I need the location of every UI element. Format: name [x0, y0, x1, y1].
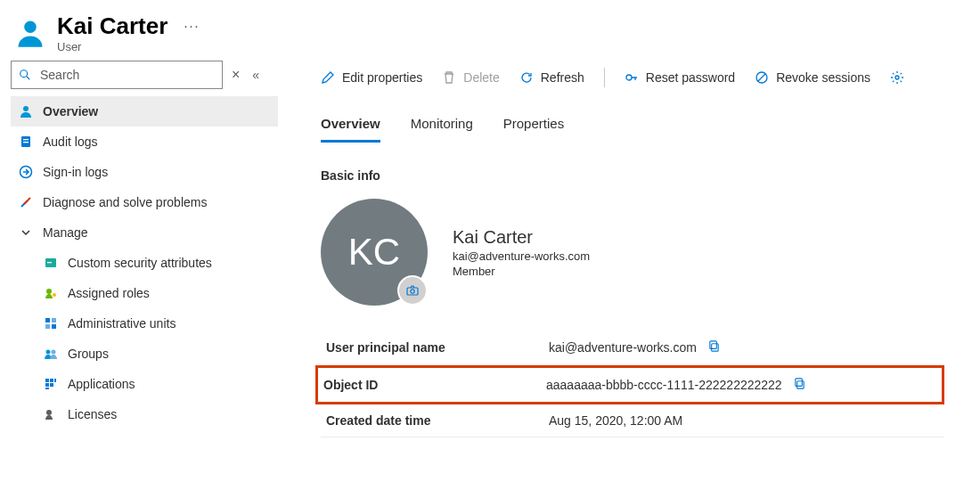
svg-rect-5 [23, 139, 29, 140]
tab-overview[interactable]: Overview [321, 116, 380, 143]
search-input[interactable] [38, 67, 215, 83]
sidebar-item-label: Audit logs [43, 135, 97, 149]
svg-point-30 [411, 290, 414, 293]
svg-rect-31 [712, 344, 719, 351]
sidebar-item-signin-logs[interactable]: Sign-in logs [11, 157, 278, 187]
page-title: Kai Carter [57, 12, 167, 40]
prop-label: User principal name [326, 340, 549, 355]
sidebar-item-assigned-roles[interactable]: Assigned roles [11, 278, 278, 308]
tab-monitoring[interactable]: Monitoring [411, 116, 473, 143]
sidebar-item-label: Diagnose and solve problems [43, 195, 207, 209]
prop-row-created: Created date time Aug 15, 2020, 12:00 AM [321, 404, 944, 437]
svg-line-27 [758, 74, 765, 81]
sidebar-item-overview[interactable]: Overview [11, 96, 278, 127]
sidebar-item-label: Licenses [68, 407, 117, 421]
apps-icon [43, 376, 59, 392]
sidebar-item-label: Custom security attributes [68, 256, 212, 270]
svg-point-16 [46, 350, 51, 355]
user-type: Member [453, 265, 590, 278]
svg-point-28 [895, 76, 899, 79]
svg-rect-12 [45, 318, 50, 323]
page-subtitle: User [57, 40, 966, 53]
sidebar-item-applications[interactable]: Applications [11, 369, 278, 399]
header-title-block: Kai Carter ··· User [57, 12, 966, 53]
copy-icon [707, 339, 721, 353]
svg-rect-34 [795, 379, 802, 386]
svg-point-1 [20, 70, 28, 78]
svg-rect-6 [23, 142, 29, 143]
search-icon [19, 69, 31, 81]
gear-icon [890, 70, 904, 85]
sidebar-item-diagnose[interactable]: Diagnose and solve problems [11, 187, 278, 217]
properties-list: User principal name kai@adventure-works.… [321, 331, 944, 437]
delete-button: Delete [442, 70, 499, 85]
toolbar-label: Edit properties [342, 70, 422, 85]
svg-rect-21 [45, 383, 49, 387]
avatar-wrap: KC [321, 199, 428, 306]
sidebar-item-licenses[interactable]: Licenses [11, 399, 278, 429]
svg-rect-19 [50, 379, 53, 382]
sidebar-item-manage[interactable]: Manage [11, 217, 278, 248]
refresh-button[interactable]: Refresh [519, 70, 584, 85]
copy-upn-button[interactable] [707, 339, 721, 355]
prop-label: Object ID [323, 378, 546, 392]
sidebar-item-label: Assigned roles [68, 286, 150, 300]
svg-rect-9 [47, 262, 52, 263]
toolbar: Edit properties Delete Refresh Reset pas… [321, 61, 980, 100]
sidebar-item-groups[interactable]: Groups [11, 339, 278, 369]
log-icon [18, 134, 34, 150]
block-icon [755, 70, 769, 85]
refresh-icon [519, 70, 534, 85]
chevron-down-icon [18, 225, 34, 241]
revoke-sessions-button[interactable]: Revoke sessions [755, 70, 870, 85]
sidebar-item-admin-units[interactable]: Administrative units [11, 308, 278, 339]
svg-point-24 [46, 410, 52, 415]
collapse-sidebar-icon[interactable]: « [252, 68, 259, 82]
sidebar-item-audit-logs[interactable]: Audit logs [11, 127, 278, 157]
user-display-name: Kai Carter [453, 227, 590, 248]
svg-rect-15 [52, 324, 56, 329]
user-icon [14, 17, 46, 49]
change-photo-button[interactable] [397, 275, 428, 306]
prop-label: Created date time [326, 413, 549, 428]
toolbar-divider [604, 68, 605, 87]
settings-button[interactable] [890, 70, 904, 85]
svg-rect-14 [45, 324, 50, 329]
reset-password-button[interactable]: Reset password [625, 70, 735, 85]
units-icon [43, 315, 59, 331]
prop-value: Aug 15, 2020, 12:00 AM [549, 413, 682, 428]
sidebar-item-label: Applications [68, 377, 135, 391]
clear-search-icon[interactable]: × [232, 67, 240, 83]
groups-icon [43, 346, 59, 362]
svg-point-25 [626, 75, 632, 80]
pencil-icon [321, 70, 335, 85]
sidebar-item-label: Groups [68, 347, 109, 361]
svg-rect-22 [50, 383, 53, 387]
more-icon[interactable]: ··· [184, 19, 200, 35]
toolbar-label: Refresh [541, 70, 584, 85]
prop-row-object-id: Object ID aaaaaaaa-bbbb-cccc-1111-222222… [315, 365, 944, 404]
basic-info-heading: Basic info [321, 168, 980, 183]
svg-rect-23 [45, 388, 49, 389]
svg-line-2 [27, 77, 30, 80]
copy-object-id-button[interactable] [793, 377, 806, 393]
search-box[interactable] [11, 61, 223, 89]
user-email: kai@adventure-works.com [453, 249, 590, 263]
toolbar-label: Delete [463, 70, 499, 85]
edit-properties-button[interactable]: Edit properties [321, 70, 422, 85]
sidebar: × « Overview Audit logs Sign-in logs Dia… [0, 57, 285, 490]
svg-point-17 [52, 350, 56, 355]
basic-info-texts: Kai Carter kai@adventure-works.com Membe… [453, 227, 590, 278]
badge-icon [43, 255, 59, 271]
sidebar-item-label: Administrative units [68, 316, 176, 331]
tabs: Overview Monitoring Properties [321, 116, 980, 143]
user-icon [18, 103, 34, 119]
svg-rect-33 [796, 381, 804, 388]
svg-point-10 [46, 289, 52, 294]
prop-value: aaaaaaaa-bbbb-cccc-1111-222222222222 [546, 378, 782, 392]
svg-rect-18 [45, 379, 49, 382]
sidebar-item-custom-security[interactable]: Custom security attributes [11, 248, 278, 278]
toolbar-label: Revoke sessions [776, 70, 870, 85]
tab-properties[interactable]: Properties [503, 116, 564, 143]
svg-rect-32 [710, 341, 717, 348]
